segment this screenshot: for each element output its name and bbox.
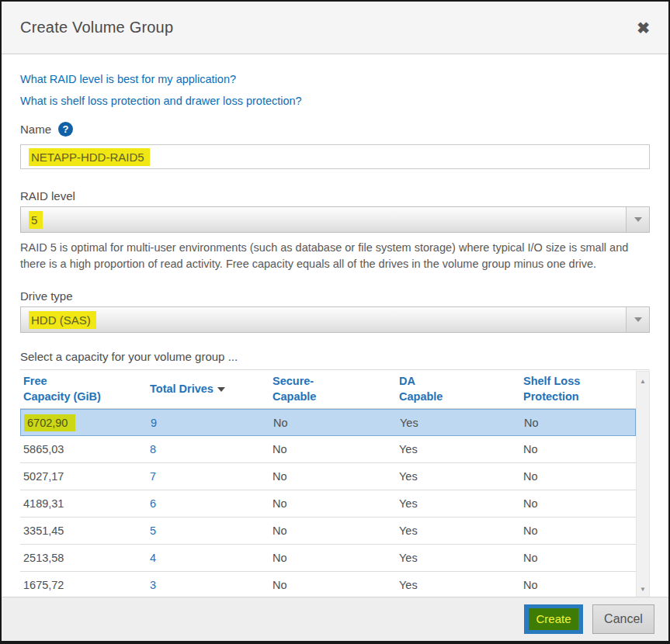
annotation-highlight: 6702,90 xyxy=(24,414,75,431)
drive-type-select[interactable]: HDD (SAS) xyxy=(20,306,650,333)
capacity-table: Free Capacity (GiB) Total Drives Secure-… xyxy=(20,370,650,597)
total-drives-link[interactable]: 3 xyxy=(147,579,269,591)
shelf-loss-cell: No xyxy=(520,470,636,483)
column-header-line: Free xyxy=(23,374,147,390)
total-drives-link[interactable]: 7 xyxy=(147,470,269,483)
free-capacity-cell: 5027,17 xyxy=(20,470,147,483)
da-capable-cell: Yes xyxy=(396,470,520,483)
secure-capable-cell: No xyxy=(269,552,396,564)
shelf-loss-cell: No xyxy=(520,525,636,537)
table-row[interactable]: 6702,90 9 No Yes No xyxy=(20,409,636,436)
secure-capable-cell: No xyxy=(269,497,396,510)
table-row[interactable]: 2513,58 4 No Yes No xyxy=(20,545,636,572)
table-row[interactable]: 1675,72 3 No Yes No xyxy=(20,572,636,597)
raid-level-help-link[interactable]: What RAID level is best for my applicati… xyxy=(20,73,236,85)
dialog-header: Create Volume Group ✖ xyxy=(2,2,668,54)
capacity-table-inner: Free Capacity (GiB) Total Drives Secure-… xyxy=(20,370,636,597)
secure-capable-cell: No xyxy=(269,443,396,455)
dialog-footer: Create Cancel xyxy=(2,597,668,641)
free-capacity-cell: 6702,90 xyxy=(21,417,148,429)
column-header-shelf-loss[interactable]: Shelf Loss Protection xyxy=(520,374,636,404)
dialog-body: What RAID level is best for my applicati… xyxy=(2,54,668,597)
raid-level-description: RAID 5 is optimal for multi-user environ… xyxy=(20,240,650,272)
column-header-secure-capable[interactable]: Secure- Capable xyxy=(269,374,396,404)
column-header-line: Capacity (GiB) xyxy=(23,390,147,405)
create-button-label: Create xyxy=(529,608,578,630)
da-capable-cell: Yes xyxy=(396,497,520,510)
create-volume-group-dialog: Create Volume Group ✖ What RAID level is… xyxy=(0,0,670,644)
column-header-line: Shelf Loss xyxy=(523,374,636,390)
da-capable-cell: Yes xyxy=(396,579,520,591)
raid-level-value: 5 xyxy=(29,211,43,229)
free-capacity-cell: 5865,03 xyxy=(20,443,147,455)
create-button[interactable]: Create xyxy=(524,604,583,634)
caret-down-shape xyxy=(634,317,642,322)
shelf-loss-cell: No xyxy=(520,497,636,510)
capacity-table-body: 6702,90 9 No Yes No 5865,03 8 No Yes No … xyxy=(20,408,636,597)
column-header-line: Capable xyxy=(273,390,396,405)
scroll-down-icon[interactable]: ▼ xyxy=(637,583,649,595)
da-capable-cell: Yes xyxy=(396,552,520,564)
table-scrollbar[interactable]: ▲ ▼ xyxy=(636,371,650,597)
table-row[interactable]: 5865,03 8 No Yes No xyxy=(20,436,636,463)
drive-type-label: Drive type xyxy=(20,289,650,303)
total-drives-link[interactable]: 4 xyxy=(147,552,269,564)
cancel-button[interactable]: Cancel xyxy=(592,604,654,634)
da-capable-cell: Yes xyxy=(397,417,521,429)
shelf-loss-cell: No xyxy=(520,579,636,591)
column-header-line: Secure- xyxy=(273,374,396,390)
name-input-value: NETAPP-HDD-RAID5 xyxy=(29,148,150,166)
secure-capable-cell: No xyxy=(269,579,396,591)
name-field-label-row: Name ? xyxy=(20,122,650,137)
total-drives-link[interactable]: 8 xyxy=(147,443,269,455)
chevron-down-icon[interactable] xyxy=(626,207,649,232)
column-header-line: DA xyxy=(399,374,520,390)
shelf-loss-cell: No xyxy=(520,443,636,455)
table-row[interactable]: 4189,31 6 No Yes No xyxy=(20,490,636,518)
raid-level-label: RAID level xyxy=(20,189,650,203)
page-title: Create Volume Group xyxy=(20,19,173,36)
name-label: Name xyxy=(20,123,51,136)
raid-level-select[interactable]: 5 xyxy=(20,206,650,233)
free-capacity-cell: 3351,45 xyxy=(20,525,147,537)
capacity-section-label: Select a capacity for your volume group … xyxy=(20,350,650,370)
shelf-loss-cell: No xyxy=(520,552,636,564)
total-drives-link[interactable]: 5 xyxy=(147,525,269,537)
table-header-row: Free Capacity (GiB) Total Drives Secure-… xyxy=(20,370,636,408)
column-header-line: Total Drives xyxy=(150,382,269,397)
column-header-total-drives[interactable]: Total Drives xyxy=(147,382,269,397)
shelf-loss-cell: No xyxy=(521,417,635,429)
scroll-up-icon[interactable]: ▲ xyxy=(637,375,649,387)
chevron-down-icon[interactable] xyxy=(626,307,649,332)
sort-desc-icon xyxy=(217,387,225,392)
secure-capable-cell: No xyxy=(269,470,396,483)
column-header-free-capacity[interactable]: Free Capacity (GiB) xyxy=(20,374,147,404)
total-drives-link[interactable]: 6 xyxy=(147,497,269,510)
table-row[interactable]: 3351,45 5 No Yes No xyxy=(20,518,636,545)
da-capable-cell: Yes xyxy=(396,443,520,455)
total-drives-link[interactable]: 9 xyxy=(148,417,270,429)
name-input[interactable]: NETAPP-HDD-RAID5 xyxy=(20,144,650,169)
caret-down-shape xyxy=(634,217,642,222)
shelf-loss-help-link[interactable]: What is shelf loss protection and drawer… xyxy=(20,95,302,107)
drive-type-value: HDD (SAS) xyxy=(29,311,96,329)
table-row[interactable]: 5027,17 7 No Yes No xyxy=(20,463,636,490)
column-header-da-capable[interactable]: DA Capable xyxy=(396,374,520,404)
close-icon[interactable]: ✖ xyxy=(637,20,650,36)
help-icon[interactable]: ? xyxy=(58,122,73,137)
da-capable-cell: Yes xyxy=(396,525,520,537)
free-capacity-cell: 1675,72 xyxy=(20,579,147,591)
column-header-text: Total Drives xyxy=(150,383,213,395)
secure-capable-cell: No xyxy=(270,417,397,429)
column-header-line: Protection xyxy=(523,390,636,405)
free-capacity-cell: 2513,58 xyxy=(20,552,147,564)
column-header-line: Capable xyxy=(399,390,520,405)
free-capacity-cell: 4189,31 xyxy=(20,497,147,510)
secure-capable-cell: No xyxy=(269,525,396,537)
